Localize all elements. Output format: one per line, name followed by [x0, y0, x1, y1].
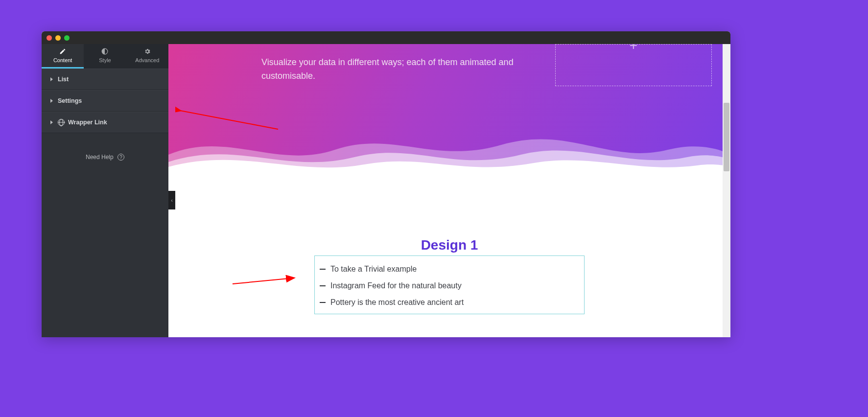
caret-right-icon: [50, 77, 53, 81]
tab-label: Content: [53, 57, 72, 63]
list-item[interactable]: Pottery is the most creative ancient art: [320, 294, 579, 311]
scrollbar-thumb[interactable]: [724, 103, 729, 171]
caret-right-icon: [50, 120, 53, 124]
panel-settings[interactable]: Settings: [42, 90, 168, 112]
list-item[interactable]: To take a Trivial example: [320, 261, 579, 278]
panel-wrapper-link[interactable]: Wrapper Link: [42, 112, 168, 133]
wave-divider: [168, 120, 730, 174]
help-label: Need Help: [86, 154, 114, 161]
pencil-icon: [59, 48, 66, 56]
preview-canvas: Visualize your data in different ways; e…: [168, 44, 730, 337]
app-window: Content Style Advanced List: [42, 31, 730, 337]
plus-icon: +: [630, 44, 637, 53]
list-item-text: Instagram Feed for the natural beauty: [330, 281, 462, 290]
dash-icon: [320, 285, 326, 286]
panel-label: List: [58, 76, 69, 83]
sidebar-tabs: Content Style Advanced: [42, 44, 168, 69]
panel-label: Wrapper Link: [68, 119, 107, 126]
tab-style[interactable]: Style: [84, 44, 126, 69]
caret-right-icon: [50, 99, 53, 103]
globe-icon: [58, 119, 65, 126]
window-close-dot[interactable]: [47, 35, 52, 41]
window-titlebar: [42, 31, 730, 44]
contrast-icon: [101, 48, 108, 56]
editor-sidebar: Content Style Advanced List: [42, 44, 168, 337]
add-widget-dropzone[interactable]: +: [555, 44, 712, 86]
vertical-scrollbar[interactable]: [723, 44, 730, 337]
list-item-text: Pottery is the most creative ancient art: [330, 298, 464, 307]
window-minimize-dot[interactable]: [55, 35, 61, 41]
need-help-link[interactable]: Need Help ?: [42, 154, 168, 161]
panel-label: Settings: [58, 97, 82, 104]
chevron-left-icon: ‹: [171, 197, 173, 203]
list-item-text: To take a Trivial example: [330, 265, 417, 274]
tab-label: Advanced: [135, 57, 159, 63]
window-zoom-dot[interactable]: [64, 35, 70, 41]
list-item[interactable]: Instagram Feed for the natural beauty: [320, 278, 579, 294]
tab-content[interactable]: Content: [42, 44, 84, 69]
dash-icon: [320, 302, 326, 303]
window-body: Content Style Advanced List: [42, 44, 730, 337]
tab-advanced[interactable]: Advanced: [126, 44, 168, 69]
hero-description: Visualize your data in different ways; e…: [261, 56, 536, 83]
panel-list[interactable]: List: [42, 69, 168, 90]
list-widget[interactable]: To take a Trivial example Instagram Feed…: [314, 255, 585, 314]
question-icon: ?: [117, 154, 124, 161]
design-title: Design 1: [168, 237, 730, 253]
gear-icon: [144, 48, 151, 56]
hero-section: Visualize your data in different ways; e…: [168, 44, 730, 174]
dash-icon: [320, 269, 326, 270]
tab-label: Style: [99, 57, 111, 63]
sidebar-collapse-button[interactable]: ‹: [168, 191, 175, 209]
